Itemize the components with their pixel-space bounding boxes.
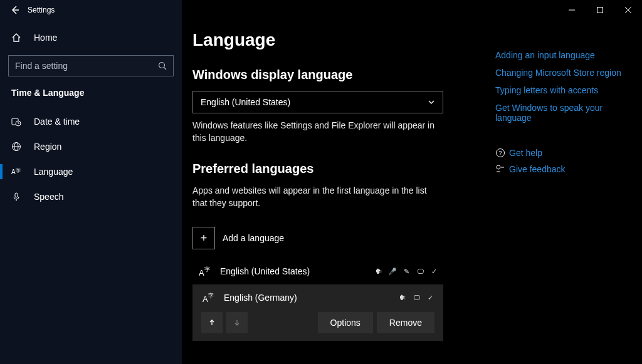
link-typing-accents[interactable]: Typing letters with accents <box>495 85 633 95</box>
sidebar-item-speech[interactable]: Speech <box>0 184 182 209</box>
language-features: 🗣🖵✓ <box>398 294 434 302</box>
sidebar-home-label: Home <box>34 33 57 43</box>
link-adding-input-language[interactable]: Adding an input language <box>495 50 633 60</box>
move-down-button[interactable] <box>226 312 248 333</box>
sidebar-item-label: Region <box>34 142 61 152</box>
svg-text:字: 字 <box>16 168 21 174</box>
link-changing-store-region[interactable]: Changing Microsoft Store region <box>495 68 633 78</box>
sidebar: Home Find a setting Time & Language Date… <box>0 20 182 364</box>
display-icon: 🖵 <box>412 294 421 302</box>
related-links: Adding an input language Changing Micros… <box>495 50 633 174</box>
sidebar-item-label: Speech <box>34 192 63 202</box>
home-icon <box>11 33 21 43</box>
preferred-languages-heading: Preferred languages <box>192 162 481 176</box>
preferred-languages-desc: Apps and websites will appear in the fir… <box>192 185 443 209</box>
sidebar-item-region[interactable]: Region <box>0 134 182 159</box>
search-placeholder: Find a setting <box>15 61 68 71</box>
svg-text:A: A <box>203 294 208 304</box>
language-row-en-de[interactable]: A字 English (Germany) 🗣🖵✓ Options Remove <box>192 284 443 341</box>
svg-text:字: 字 <box>204 266 210 273</box>
microphone-icon <box>11 192 21 202</box>
app-title: Settings <box>28 6 55 14</box>
link-windows-speak[interactable]: Get Windows to speak your language <box>495 103 633 123</box>
tts-icon: 🗣 <box>398 294 407 302</box>
display-language-heading: Windows display language <box>192 68 481 82</box>
svg-text:A: A <box>11 169 16 175</box>
main-content: Language Windows display language Englis… <box>192 20 481 353</box>
give-feedback-row[interactable]: Give feedback <box>495 164 633 174</box>
calendar-clock-icon <box>11 117 21 127</box>
svg-point-20 <box>497 165 500 169</box>
display-icon: 🖵 <box>416 268 424 276</box>
svg-text:?: ? <box>499 150 502 156</box>
sidebar-item-label: Language <box>34 167 73 177</box>
search-icon <box>158 61 167 70</box>
add-language-button[interactable]: + Add a language <box>192 227 481 249</box>
spellcheck-icon: ✓ <box>429 268 438 276</box>
sidebar-home[interactable]: Home <box>0 25 182 50</box>
language-icon: A字 <box>11 167 21 177</box>
svg-point-4 <box>159 63 165 68</box>
language-glyph-icon: A字 <box>199 264 214 278</box>
page-title: Language <box>192 30 481 50</box>
handwriting-icon: ✎ <box>402 268 411 276</box>
display-language-dropdown[interactable]: English (United States) <box>192 91 443 113</box>
titlebar: Settings <box>0 0 642 20</box>
options-button[interactable]: Options <box>318 312 373 333</box>
sidebar-item-label: Date & time <box>34 117 80 127</box>
give-feedback-label: Give feedback <box>509 164 566 174</box>
maximize-button[interactable] <box>586 0 614 20</box>
chevron-down-icon <box>428 98 435 106</box>
language-glyph-icon: A字 <box>203 291 218 304</box>
search-input[interactable]: Find a setting <box>8 55 174 76</box>
speech-icon: 🎤 <box>388 268 397 276</box>
sidebar-item-date-time[interactable]: Date & time <box>0 109 182 134</box>
language-name: English (United States) <box>220 266 374 276</box>
display-language-desc: Windows features like Settings and File … <box>192 120 443 144</box>
svg-line-5 <box>164 68 167 70</box>
globe-icon <box>11 142 21 152</box>
sidebar-item-language[interactable]: A字 Language <box>0 159 182 184</box>
display-language-value: English (United States) <box>201 97 290 107</box>
close-button[interactable] <box>614 0 642 20</box>
svg-rect-1 <box>597 8 603 13</box>
get-help-label: Get help <box>509 148 542 158</box>
language-name: English (Germany) <box>224 293 398 303</box>
tts-icon: 🗣 <box>374 268 383 276</box>
help-icon: ? <box>495 148 509 158</box>
svg-text:A: A <box>199 268 204 278</box>
move-up-button[interactable] <box>201 312 223 333</box>
svg-rect-13 <box>15 193 18 197</box>
plus-icon: + <box>192 227 215 249</box>
back-arrow-icon <box>11 6 19 14</box>
spellcheck-icon: ✓ <box>426 294 434 302</box>
back-button[interactable] <box>5 0 25 20</box>
remove-button[interactable]: Remove <box>377 312 434 333</box>
language-features: 🗣🎤✎🖵✓ <box>374 268 438 276</box>
language-row-en-us[interactable]: A字 English (United States) 🗣🎤✎🖵✓ <box>192 258 443 284</box>
sidebar-section-title: Time & Language <box>0 88 182 109</box>
get-help-row[interactable]: ? Get help <box>495 148 633 158</box>
feedback-icon <box>495 164 509 174</box>
svg-text:字: 字 <box>208 293 214 299</box>
add-language-label: Add a language <box>223 233 284 243</box>
minimize-button[interactable] <box>557 0 586 20</box>
